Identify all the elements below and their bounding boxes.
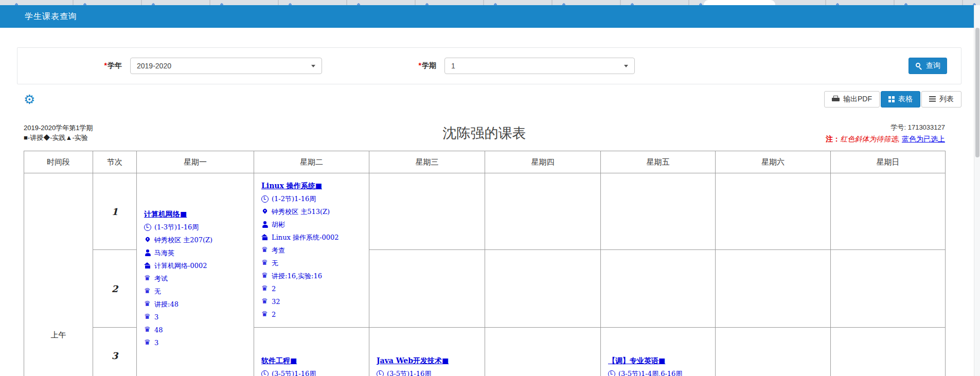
course-title-link[interactable]: 软件工程■ (261, 354, 365, 367)
course-detail-text: 钟秀校区 主207(Z) (154, 236, 212, 245)
course-detail-text: 考查 (272, 246, 285, 255)
scrollbar-thumb[interactable] (975, 28, 979, 157)
col-header-saturday: 星期六 (716, 151, 831, 173)
course-detail-text: 马海英 (154, 248, 174, 258)
course-detail-text: 32 (272, 298, 280, 306)
crown-icon (144, 339, 151, 347)
course-title-link[interactable]: Linux 操作系统■ (261, 180, 365, 192)
course-detail-line: 48 (144, 324, 250, 336)
schedule-title: 沈陈强的课表 (443, 124, 526, 142)
course-detail-text: 考试 (154, 274, 168, 283)
schedule-meta-right: 学号: 1713033127 注：红色斜体为待筛选, 蓝色为已选上 (526, 120, 946, 147)
course-detail-line: (1-3节)1-16周 (144, 221, 250, 234)
course-detail-line: 2 (261, 308, 365, 321)
required-asterisk: * (104, 61, 107, 69)
crown-icon (144, 275, 151, 282)
empty-cell-thursday-3 (485, 328, 601, 376)
col-header-friday: 星期五 (601, 151, 716, 173)
course-detail-line: (3-5节)1-16周 (261, 367, 365, 376)
col-header-wednesday: 星期三 (369, 151, 485, 173)
course-detail-text: 无 (154, 287, 161, 296)
course-detail-text: (1-2节)1-16周 (272, 194, 316, 204)
empty-cell-thursday-2 (485, 250, 601, 328)
empty-cell-wednesday-2 (369, 250, 485, 328)
year-select-value: 2019-2020 (137, 62, 171, 70)
empty-cell-saturday-3 (716, 328, 831, 376)
note-pending-text: 红色斜体为待筛选, (840, 135, 900, 143)
course-detail-text: 钟秀校区 主513(Z) (272, 207, 330, 217)
course-detail-text: (3-5节)1-16周 (387, 369, 431, 376)
course-detail-text: Linux 操作系统-0002 (272, 233, 338, 242)
col-header-sunday: 星期日 (831, 151, 946, 173)
course-title-link[interactable]: 【调】专业英语■ (608, 354, 711, 367)
table-view-button[interactable]: 表格 (881, 91, 920, 108)
course-detail-text: (3-5节)1-4周,6-16周 (618, 369, 682, 376)
printer-icon (832, 96, 840, 103)
home-icon (261, 234, 269, 241)
view-buttons: 输出PDF 表格 列表 (824, 91, 961, 108)
course-detail-line: 胡彬 (261, 218, 365, 231)
course-detail-line: Linux 操作系统-0002 (261, 231, 365, 244)
col-header-tuesday: 星期二 (254, 151, 369, 173)
schedule-info: 2019-2020学年第1学期 ■-讲授◆-实践▲-实验 沈陈强的课表 学号: … (24, 120, 945, 147)
course-detail-text: 无 (272, 259, 278, 268)
empty-cell-saturday-1 (716, 173, 831, 250)
course-cell-wednesday-3: Java Web开发技术■ (3-5节)1-16周 (369, 328, 485, 376)
empty-cell-friday-1 (601, 173, 716, 250)
course-title-link[interactable]: 计算机网络■ (144, 208, 250, 221)
clock-icon (144, 224, 151, 231)
browser-active-tab[interactable] (704, 0, 775, 5)
crown-icon (144, 288, 151, 295)
timeslot-morning: 上午 (24, 173, 93, 376)
course-cell-tuesday-1: Linux 操作系统■ (1-2节)1-16周钟秀校区 主513(Z)胡彬Lin… (254, 173, 369, 328)
course-detail-line: 讲授:16,实验:16 (261, 270, 365, 282)
course-detail-line: 马海英 (144, 246, 250, 259)
clock-icon (377, 370, 384, 376)
term-label: *学期 (322, 61, 444, 70)
vertical-scrollbar[interactable] (974, 5, 980, 376)
empty-cell-wednesday-1 (369, 173, 485, 250)
course-detail-text: 计算机网络-0002 (154, 261, 207, 271)
course-detail-line: 钟秀校区 主207(Z) (144, 234, 250, 246)
gear-icon[interactable] (24, 93, 35, 106)
user-icon (261, 221, 269, 228)
empty-cell-sunday-2 (831, 250, 946, 328)
year-select[interactable]: 2019-2020 (130, 58, 322, 74)
search-icon (915, 62, 922, 69)
course-detail-line: 考试 (144, 272, 250, 285)
empty-cell-saturday-2 (716, 250, 831, 328)
term-select[interactable]: 1 (444, 58, 635, 74)
crown-icon (261, 247, 269, 254)
note-selected-text: 蓝色为已选上 (902, 135, 945, 143)
course-details: (1-3节)1-16周钟秀校区 主207(Z)马海英计算机网络-0002考试无讲… (144, 221, 250, 349)
course-title-link[interactable]: Java Web开发技术■ (377, 354, 480, 367)
table-view-label: 表格 (898, 95, 913, 104)
course-detail-line: 考查 (261, 244, 365, 257)
year-label-text: 学年 (108, 61, 122, 69)
export-pdf-button[interactable]: 输出PDF (824, 91, 880, 108)
search-button-label: 查询 (926, 61, 940, 70)
empty-cell-sunday-3 (831, 328, 946, 376)
crown-icon (261, 260, 269, 267)
app-header: 学生课表查询 (0, 5, 974, 28)
user-icon (144, 249, 151, 257)
course-detail-line: (3-5节)1-16周 (377, 367, 480, 376)
search-button[interactable]: 查询 (908, 58, 947, 74)
course-detail-line: 计算机网络-0002 (144, 259, 250, 272)
list-view-button[interactable]: 列表 (921, 91, 961, 108)
term-label-text: 学期 (422, 61, 436, 69)
location-icon (261, 208, 269, 216)
schedule-note: 注：红色斜体为待筛选, 蓝色为已选上 (526, 135, 946, 144)
course-detail-text: 2 (272, 311, 276, 318)
course-detail-text: 讲授:16,实验:16 (272, 272, 322, 281)
course-detail-line: 无 (261, 257, 365, 270)
clock-icon (261, 195, 269, 203)
student-number: 学号: 1713033127 (526, 123, 946, 132)
course-detail-line: 3 (144, 336, 250, 349)
browser-tabs-strip (0, 0, 980, 5)
course-cell-monday-1: 计算机网络■ (1-3节)1-16周钟秀校区 主207(Z)马海英计算机网络-0… (137, 173, 254, 376)
course-detail-text: 48 (154, 326, 163, 334)
course-detail-text: (3-5节)1-16周 (272, 369, 316, 376)
course-detail-line: (1-2节)1-16周 (261, 192, 365, 205)
legend: ■-讲授◆-实践▲-实验 (24, 133, 443, 142)
